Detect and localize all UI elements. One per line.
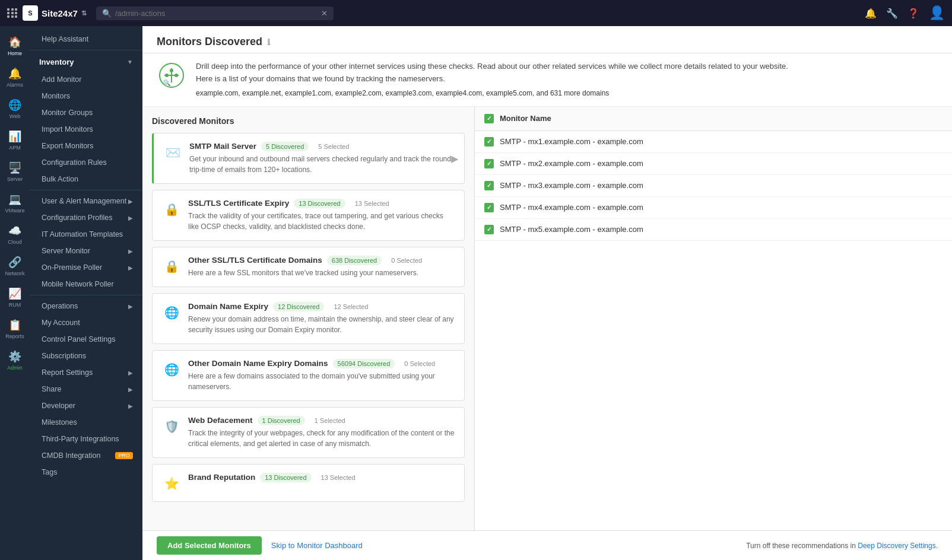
nav-cmdb[interactable]: CMDB Integration PRO bbox=[30, 447, 142, 464]
search-bar[interactable]: 🔍 ✕ bbox=[96, 7, 334, 20]
other-domain-icon: 🌐 bbox=[162, 360, 181, 379]
sidebar-item-vmware[interactable]: 💻 VMware bbox=[0, 188, 30, 218]
cmdb-pro-badge: PRO bbox=[115, 452, 133, 459]
nav-milestones[interactable]: Milestones bbox=[30, 414, 142, 431]
arrow-right-icon: ▶ bbox=[128, 198, 133, 205]
sidebar-item-web[interactable]: 🌐 Web bbox=[0, 94, 30, 124]
row-checkbox-5[interactable]: ✓ bbox=[484, 225, 494, 234]
domain-expiry-icon: 🌐 bbox=[162, 303, 181, 322]
list-item[interactable]: ✓ SMTP - mx3.example.com - example.com bbox=[475, 175, 952, 197]
banner-icon: 🔍 bbox=[157, 61, 186, 90]
content-area: Discovered Monitors ✉️ SMTP Mail Server … bbox=[142, 107, 952, 560]
monitor-card-web-defacement[interactable]: 🛡️ Web Defacement 1 Discovered 1 Selecte… bbox=[152, 407, 465, 458]
nav-mobile-network[interactable]: Mobile Network Poller bbox=[30, 276, 142, 292]
row-checkbox-4[interactable]: ✓ bbox=[484, 203, 494, 212]
list-item[interactable]: ✓ SMTP - mx5.example.com - example.com bbox=[475, 219, 952, 241]
settings-icon[interactable]: 🔧 bbox=[886, 8, 898, 19]
monitor-card-domain-expiry[interactable]: 🌐 Domain Name Expiry 12 Discovered 12 Se… bbox=[152, 293, 465, 344]
home-icon: 🏠 bbox=[8, 36, 21, 49]
nav-share[interactable]: Share ▶ bbox=[30, 381, 142, 397]
nav-panel: Help Assistant Inventory ▼ Add Monitor M… bbox=[30, 26, 142, 560]
nav-monitors[interactable]: Monitors bbox=[30, 88, 142, 104]
alarms-icon: 🔔 bbox=[8, 67, 21, 80]
list-item[interactable]: ✓ SMTP - mx4.example.com - example.com bbox=[475, 197, 952, 219]
sidebar-item-reports[interactable]: 📋 Reports bbox=[0, 314, 30, 344]
sidebar-item-alarms[interactable]: 🔔 Alarms bbox=[0, 62, 30, 93]
apm-icon: 📊 bbox=[8, 130, 21, 143]
nav-subscriptions[interactable]: Subscriptions bbox=[30, 348, 142, 364]
avatar[interactable]: 👤 bbox=[929, 5, 945, 21]
nav-operations[interactable]: Operations ▶ bbox=[30, 298, 142, 314]
nav-tags[interactable]: Tags bbox=[30, 464, 142, 481]
nav-help-assistant[interactable]: Help Assistant bbox=[30, 31, 142, 47]
logo-expand[interactable]: ⇅ bbox=[81, 9, 87, 17]
nav-export-monitors[interactable]: Export Monitors bbox=[30, 138, 142, 154]
nav-add-monitor[interactable]: Add Monitor bbox=[30, 71, 142, 88]
arrow-right-icon: ▶ bbox=[128, 303, 133, 310]
nav-control-panel[interactable]: Control Panel Settings bbox=[30, 331, 142, 348]
monitor-card-other-domain[interactable]: 🌐 Other Domain Name Expiry Domains 56094… bbox=[152, 350, 465, 401]
nav-inventory-header[interactable]: Inventory ▼ bbox=[30, 53, 142, 71]
nav-developer[interactable]: Developer ▶ bbox=[30, 397, 142, 414]
other-ssl-icon: 🔒 bbox=[162, 257, 181, 276]
search-icon: 🔍 bbox=[102, 9, 112, 18]
arrow-right-icon: ▶ bbox=[128, 248, 133, 254]
admin-icon: ⚙️ bbox=[8, 350, 21, 363]
nav-divider-3 bbox=[30, 295, 142, 295]
notifications-icon[interactable]: 🔔 bbox=[865, 8, 877, 19]
row-checkbox-3[interactable]: ✓ bbox=[484, 181, 494, 190]
nav-my-account[interactable]: My Account bbox=[30, 314, 142, 331]
cloud-icon: ☁️ bbox=[8, 224, 21, 237]
monitor-list-panel: ✓ Monitor Name ✓ SMTP - mx1.example.com … bbox=[475, 107, 952, 560]
sidebar-item-network[interactable]: 🔗 Network bbox=[0, 251, 30, 281]
nav-it-automation[interactable]: IT Automation Templates bbox=[30, 226, 142, 243]
list-item[interactable]: ✓ SMTP - mx2.example.com - example.com bbox=[475, 153, 952, 175]
sidebar-item-rum[interactable]: 📈 RUM bbox=[0, 282, 30, 313]
monitor-card-brand-reputation[interactable]: ⭐ Brand Reputation 13 Discovered 13 Sele… bbox=[152, 464, 465, 502]
monitor-card-ssl[interactable]: 🔒 SSL/TLS Certificate Expiry 13 Discover… bbox=[152, 190, 465, 241]
nav-import-monitors[interactable]: Import Monitors bbox=[30, 121, 142, 138]
info-icon[interactable]: ℹ bbox=[267, 37, 270, 47]
nav-monitor-groups[interactable]: Monitor Groups bbox=[30, 104, 142, 121]
nav-third-party[interactable]: Third-Party Integrations bbox=[30, 431, 142, 447]
chevron-down-icon: ▼ bbox=[127, 59, 133, 65]
reports-icon: 📋 bbox=[8, 319, 21, 332]
row-checkbox-1[interactable]: ✓ bbox=[484, 137, 494, 147]
list-item[interactable]: ✓ SMTP - mx1.example.com - example.com bbox=[475, 131, 952, 153]
brand-selected-badge: 13 Selected bbox=[316, 473, 360, 482]
sidebar-item-apm[interactable]: 📊 APM bbox=[0, 125, 30, 155]
sidebar-item-server[interactable]: 🖥️ Server bbox=[0, 157, 30, 187]
skip-to-dashboard-button[interactable]: Skip to Monitor Dashboard bbox=[271, 541, 363, 550]
page-title: Monitors Discovered ℹ bbox=[157, 36, 938, 48]
nav-server-monitor[interactable]: Server Monitor ▶ bbox=[30, 243, 142, 259]
nav-bulk-action[interactable]: Bulk Action bbox=[30, 171, 142, 187]
page-header: Monitors Discovered ℹ bbox=[142, 26, 952, 53]
deep-discovery-link[interactable]: Deep Discovery Settings. bbox=[858, 542, 938, 550]
search-input[interactable] bbox=[115, 9, 318, 18]
help-icon[interactable]: ❓ bbox=[907, 8, 919, 19]
server-icon: 🖥️ bbox=[8, 161, 21, 174]
monitor-card-other-ssl[interactable]: 🔒 Other SSL/TLS Certificate Domains 638 … bbox=[152, 247, 465, 287]
nav-configuration-rules[interactable]: Configuration Rules bbox=[30, 154, 142, 171]
sidebar-item-admin[interactable]: ⚙️ Admin bbox=[0, 345, 30, 376]
add-selected-monitors-button[interactable]: Add Selected Monitors bbox=[157, 536, 262, 555]
clear-search-icon[interactable]: ✕ bbox=[321, 9, 328, 18]
nav-user-alert[interactable]: User & Alert Management ▶ bbox=[30, 193, 142, 209]
svg-point-5 bbox=[174, 74, 178, 77]
monitor-card-smtp[interactable]: ✉️ SMTP Mail Server 5 Discovered 5 Selec… bbox=[152, 133, 465, 184]
row-checkbox-2[interactable]: ✓ bbox=[484, 159, 494, 168]
smtp-discovered-badge: 5 Discovered bbox=[261, 142, 309, 151]
sidebar-item-home[interactable]: 🏠 Home bbox=[0, 31, 30, 61]
nav-report-settings[interactable]: Report Settings ▶ bbox=[30, 364, 142, 381]
card-arrow-icon: ▶ bbox=[451, 152, 458, 164]
nav-on-premise[interactable]: On-Premise Poller ▶ bbox=[30, 259, 142, 276]
footer-left: Add Selected Monitors Skip to Monitor Da… bbox=[157, 536, 363, 555]
nav-config-profiles[interactable]: Configuration Profiles ▶ bbox=[30, 209, 142, 226]
nav-divider-1 bbox=[30, 50, 142, 50]
topbar: S Site24x7 ⇅ 🔍 ✕ 🔔 🔧 ❓ 👤 bbox=[0, 0, 952, 26]
select-all-checkbox[interactable]: ✓ bbox=[484, 114, 494, 123]
sidebar-item-cloud[interactable]: ☁️ Cloud bbox=[0, 219, 30, 250]
web-def-selected-badge: 1 Selected bbox=[310, 416, 350, 425]
info-banner: 🔍 Drill deep into the performance of you… bbox=[142, 53, 952, 107]
grid-icon[interactable] bbox=[7, 8, 18, 18]
